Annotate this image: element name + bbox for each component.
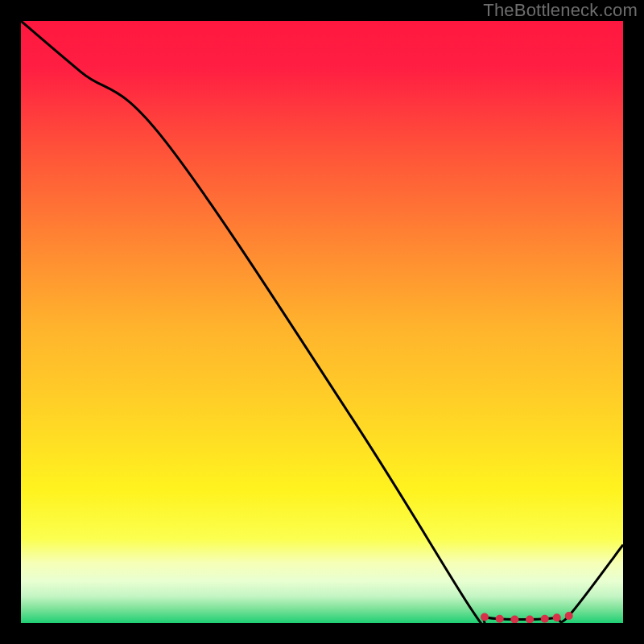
data-marker — [565, 612, 573, 620]
watermark-text: TheBottleneck.com — [483, 0, 638, 21]
plot-area — [21, 21, 623, 623]
chart-svg — [21, 21, 623, 623]
gradient-background — [21, 21, 623, 623]
data-marker — [481, 613, 489, 621]
chart-container: TheBottleneck.com — [0, 0, 644, 644]
data-marker — [553, 613, 561, 621]
data-marker — [541, 615, 549, 623]
data-marker — [496, 615, 504, 623]
